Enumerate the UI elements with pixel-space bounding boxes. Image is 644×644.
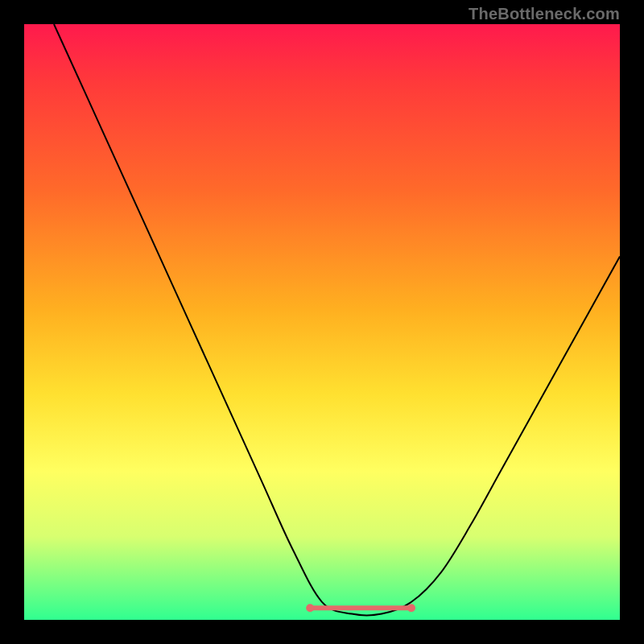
chart-svg bbox=[24, 24, 620, 620]
bottleneck-curve bbox=[54, 24, 620, 615]
outer-frame: TheBottleneck.com bbox=[0, 0, 644, 644]
watermark-text: TheBottleneck.com bbox=[469, 5, 620, 23]
optimal-zone-right-dot bbox=[407, 604, 415, 612]
optimal-zone-left-dot bbox=[306, 604, 314, 612]
